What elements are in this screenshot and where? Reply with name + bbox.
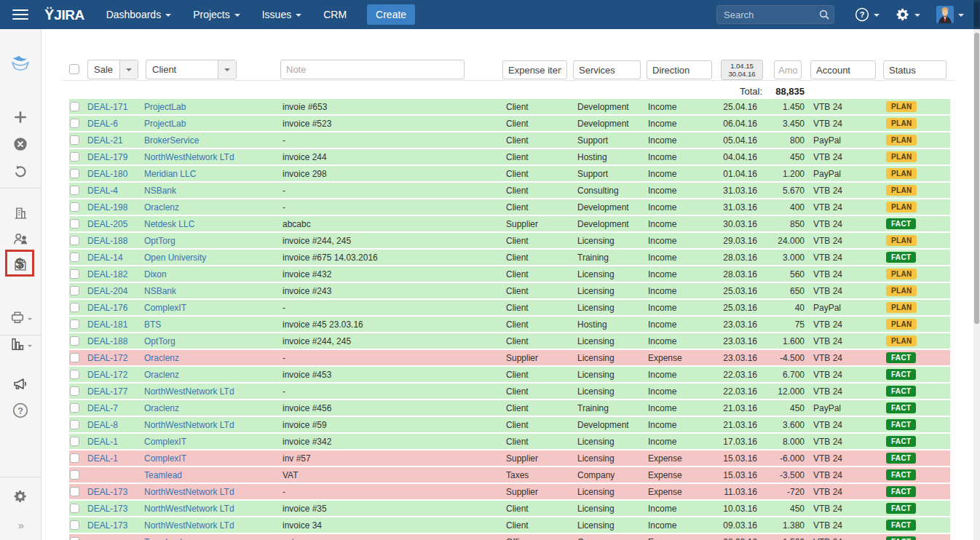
redo-icon[interactable] xyxy=(0,162,41,182)
company-link[interactable]: Open University xyxy=(144,253,282,263)
deal-key-link[interactable]: DEAL-4 xyxy=(87,186,144,196)
row-checkbox[interactable] xyxy=(70,420,79,429)
nav-dashboards[interactable]: Dashboards xyxy=(106,9,172,20)
row-checkbox[interactable] xyxy=(70,319,79,329)
select-all-checkbox[interactable] xyxy=(69,64,79,74)
company-link[interactable]: ComplexIT xyxy=(144,303,282,313)
amount-filter-input[interactable] xyxy=(774,60,802,79)
company-link[interactable]: NorthWestNetwork LTd xyxy=(144,504,282,514)
row-checkbox[interactable] xyxy=(70,537,79,540)
print-icon[interactable] xyxy=(0,307,41,327)
deal-key-link[interactable]: DEAL-177 xyxy=(87,386,144,397)
expand-sidebar-icon[interactable]: » xyxy=(0,515,41,535)
deal-key-link[interactable]: DEAL-172 xyxy=(87,353,144,363)
row-checkbox[interactable] xyxy=(70,336,79,346)
deal-key-link[interactable]: DEAL-188 xyxy=(87,336,144,346)
company-link[interactable]: Dixon xyxy=(144,269,282,279)
row-checkbox[interactable] xyxy=(70,504,79,513)
reports-chart-icon[interactable] xyxy=(0,334,41,354)
row-checkbox[interactable] xyxy=(70,169,79,178)
company-link[interactable]: ProjectLab xyxy=(144,102,282,112)
row-checkbox[interactable] xyxy=(70,386,79,396)
hamburger-menu-icon[interactable] xyxy=(12,9,28,20)
help-menu[interactable]: ? xyxy=(855,7,880,22)
company-link[interactable]: OptTorg xyxy=(144,236,282,246)
company-link[interactable]: NSBank xyxy=(144,186,282,196)
company-link[interactable]: ComplexIT xyxy=(144,437,282,447)
row-checkbox[interactable] xyxy=(70,152,79,162)
row-checkbox[interactable] xyxy=(70,453,79,463)
deal-key-link[interactable]: DEAL-21 xyxy=(87,135,144,146)
dropdown-caret-button[interactable] xyxy=(119,60,138,79)
row-checkbox[interactable] xyxy=(70,236,79,245)
settings-menu[interactable] xyxy=(896,7,920,22)
deal-key-link[interactable]: DEAL-1 xyxy=(87,453,144,464)
deal-key-link[interactable]: DEAL-8 xyxy=(87,420,144,430)
row-checkbox[interactable] xyxy=(70,102,79,111)
deal-key-link[interactable]: DEAL-176 xyxy=(87,303,144,313)
row-checkbox[interactable] xyxy=(70,269,79,279)
nav-issues[interactable]: Issues xyxy=(262,9,301,20)
search-input[interactable] xyxy=(716,5,834,24)
nav-projects[interactable]: Projects xyxy=(193,9,240,20)
deal-key-link[interactable]: DEAL-173 xyxy=(87,504,144,514)
help-icon[interactable]: ? xyxy=(0,400,41,421)
status-filter[interactable] xyxy=(883,60,947,79)
row-checkbox[interactable] xyxy=(70,353,79,362)
row-checkbox[interactable] xyxy=(70,202,79,212)
company-link[interactable]: Teamlead xyxy=(144,537,282,540)
company-link[interactable]: BTS xyxy=(144,319,282,330)
company-link[interactable]: NSBank xyxy=(144,286,282,296)
deal-key-link[interactable]: DEAL-14 xyxy=(87,253,144,263)
company-link[interactable]: NorthWestNetwork LTd xyxy=(144,152,282,162)
row-checkbox[interactable] xyxy=(70,470,79,480)
client-filter-dropdown[interactable]: Client xyxy=(146,60,237,79)
row-checkbox[interactable] xyxy=(70,487,79,496)
row-checkbox[interactable] xyxy=(70,135,79,145)
deal-key-link[interactable]: DEAL-172 xyxy=(87,370,144,380)
row-checkbox[interactable] xyxy=(70,437,79,446)
companies-icon[interactable] xyxy=(0,203,41,223)
deal-key-link[interactable]: DEAL-173 xyxy=(87,520,144,531)
contacts-icon[interactable] xyxy=(0,229,41,249)
deal-key-link[interactable]: DEAL-1 xyxy=(87,437,144,447)
company-link[interactable]: Oraclenz xyxy=(144,403,282,413)
row-checkbox[interactable] xyxy=(70,520,79,530)
row-checkbox[interactable] xyxy=(70,119,79,128)
company-link[interactable]: BrokerService xyxy=(144,135,282,146)
company-link[interactable]: Oraclenz xyxy=(144,202,282,213)
announcement-icon[interactable] xyxy=(0,373,41,394)
row-checkbox[interactable] xyxy=(70,303,79,312)
note-filter-input[interactable] xyxy=(280,60,465,79)
deal-key-link[interactable]: DEAL-182 xyxy=(87,269,144,279)
row-checkbox[interactable] xyxy=(70,253,79,262)
company-link[interactable]: NorthWestNetwork LTd xyxy=(144,487,282,497)
deal-key-link[interactable]: DEAL-179 xyxy=(87,152,144,162)
jira-logo[interactable]: ŸJIRA xyxy=(44,7,84,23)
company-link[interactable]: Oraclenz xyxy=(144,370,282,380)
expense-items-filter[interactable] xyxy=(502,60,567,79)
row-checkbox[interactable] xyxy=(70,186,79,195)
row-checkbox[interactable] xyxy=(70,370,79,379)
deal-key-link[interactable]: DEAL-180 xyxy=(87,169,144,179)
nav-crm[interactable]: CRM xyxy=(323,9,347,20)
add-icon[interactable] xyxy=(0,107,41,127)
deal-key-link[interactable]: DEAL-204 xyxy=(87,286,144,296)
settings-gear-icon[interactable] xyxy=(0,486,41,507)
account-filter[interactable] xyxy=(810,60,876,79)
scrollbar-thumb[interactable] xyxy=(974,33,979,324)
create-button[interactable]: Create xyxy=(367,4,415,25)
company-link[interactable]: Teamlead xyxy=(144,470,282,480)
company-link[interactable]: ProjectLab xyxy=(144,119,282,129)
sale-filter-dropdown[interactable]: Sale xyxy=(87,60,138,79)
company-link[interactable]: OptTorg xyxy=(144,336,282,346)
row-checkbox[interactable] xyxy=(70,403,79,413)
company-link[interactable]: NorthWestNetwork LTd xyxy=(144,420,282,430)
services-filter[interactable] xyxy=(573,60,641,79)
date-range-filter[interactable]: 1.04.15 30.04.16 xyxy=(721,60,763,80)
close-circle-icon[interactable] xyxy=(0,134,41,154)
row-checkbox[interactable] xyxy=(70,219,79,229)
company-link[interactable]: NorthWestNetwork LTd xyxy=(144,386,282,397)
company-link[interactable]: Oraclenz xyxy=(144,353,282,363)
direction-filter[interactable] xyxy=(647,60,712,79)
